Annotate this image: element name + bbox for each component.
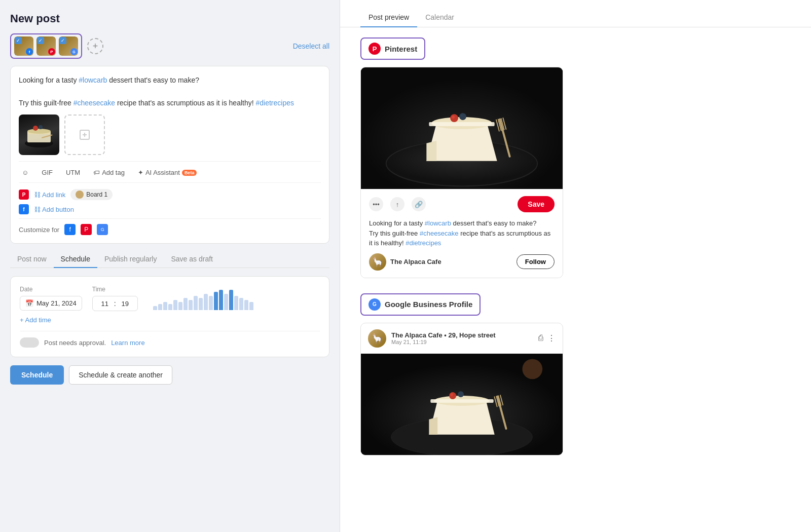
ai-icon: ✦ <box>138 169 143 176</box>
gif-button[interactable]: GIF <box>39 167 56 178</box>
gif-label: GIF <box>42 169 53 176</box>
right-tabs: Post preview Calendar <box>340 0 811 27</box>
utm-button[interactable]: UTM <box>63 167 83 178</box>
calendar-icon: 📅 <box>25 299 33 307</box>
media-thumbnail-1[interactable] <box>19 115 59 155</box>
time-input[interactable]: 11 : 19 <box>92 296 138 311</box>
bar-16 <box>229 290 233 310</box>
time-minutes: 19 <box>118 300 132 308</box>
bar-2 <box>158 304 162 310</box>
facebook-mini-icon: f <box>19 204 29 214</box>
pinterest-action-bar: ••• ↑ 🔗 Save <box>369 196 555 212</box>
toggle-track <box>20 337 39 348</box>
svg-point-18 <box>461 115 463 117</box>
preview-area: P Pinterest <box>340 27 811 481</box>
media-add-button[interactable] <box>64 115 105 155</box>
toolbar-row: ☺ GIF UTM 🏷 Add tag ✦ AI Assistant Beta <box>19 161 321 178</box>
action-buttons: Schedule Schedule & create another <box>10 365 329 385</box>
date-field: Date 📅 May 21, 2024 <box>20 286 82 311</box>
gbp-share-icon[interactable]: ⎙ <box>538 333 543 343</box>
emoji-button[interactable]: ☺ <box>19 167 31 178</box>
pinterest-save-button[interactable]: Save <box>518 196 555 212</box>
tab-post-now[interactable]: Post now <box>10 251 54 268</box>
gbp-more-icon[interactable]: ⋮ <box>547 333 556 343</box>
pinterest-link-row: P ⛓ Add link Board 1 <box>19 189 321 200</box>
post-text[interactable]: Looking for a tasty #lowcarb dessert tha… <box>19 74 321 108</box>
page-title: New post <box>10 12 329 25</box>
approval-row: Post needs approval. Learn more <box>20 331 320 348</box>
post-tabs: Post now Schedule Publish regularly Save… <box>10 251 329 268</box>
customize-gbp-icon[interactable]: G <box>97 224 108 235</box>
schedule-create-another-button[interactable]: Schedule & create another <box>69 365 172 385</box>
pinterest-post-text: Looking for a tasty #lowcarb dessert tha… <box>369 218 555 248</box>
composer-box: Looking for a tasty #lowcarb dessert tha… <box>10 66 329 244</box>
approval-toggle[interactable] <box>20 337 39 348</box>
add-time-label: + Add time <box>20 316 51 324</box>
learn-more-link[interactable]: Learn more <box>111 339 144 347</box>
hashtag-lowcarb: #lowcarb <box>79 76 107 84</box>
tab-schedule[interactable]: Schedule <box>54 251 97 268</box>
customize-row: Customize for f P G <box>19 218 321 235</box>
share-icon[interactable]: ↑ <box>390 197 404 211</box>
left-panel: New post f P G <box>0 0 340 532</box>
right-panel: Post preview Calendar P Pinterest <box>340 0 811 532</box>
tab-publish-regularly[interactable]: Publish regularly <box>97 251 164 268</box>
tab-post-preview[interactable]: Post preview <box>360 8 417 27</box>
account-icon-gbp[interactable]: G <box>59 36 78 56</box>
account-icons-box: f P G <box>10 33 82 59</box>
add-account-button[interactable]: + <box>87 38 103 54</box>
customize-facebook-icon[interactable]: f <box>64 224 76 235</box>
gbp-profile: 🦙 The Alpaca Cafe • 29, Hope street May … <box>368 329 496 348</box>
date-input[interactable]: 📅 May 21, 2024 <box>20 296 82 311</box>
board-chip[interactable]: Board 1 <box>70 189 113 200</box>
hashtag-dietrecipes: #dietrecipes <box>256 99 294 107</box>
bar-12 <box>209 296 213 310</box>
ai-label: AI Assistant <box>145 169 180 176</box>
add-link-button[interactable]: ⛓ Add link <box>34 191 65 199</box>
pinterest-preview-image <box>361 67 563 189</box>
account-icon-pinterest[interactable]: P <box>36 36 56 56</box>
add-time-button[interactable]: + Add time <box>20 316 51 324</box>
profile-name: The Alpaca Cafe <box>390 258 441 265</box>
pinterest-mini-icon: P <box>19 189 29 200</box>
svg-point-17 <box>459 113 466 120</box>
bar-9 <box>194 296 198 310</box>
schedule-button[interactable]: Schedule <box>10 365 64 385</box>
gbp-preview-image <box>361 354 563 455</box>
svg-point-16 <box>452 116 455 119</box>
approval-text: Post needs approval. <box>44 339 106 347</box>
account-icon-facebook[interactable]: f <box>14 36 33 56</box>
link-icon[interactable]: 🔗 <box>412 197 426 211</box>
add-button-button[interactable]: ⛓ Add button <box>34 206 74 213</box>
gbp-preview-card: 🦙 The Alpaca Cafe • 29, Hope street May … <box>360 323 563 455</box>
profile-info: 🦙 The Alpaca Cafe <box>369 253 441 271</box>
media-row <box>19 115 321 155</box>
customize-pinterest-icon[interactable]: P <box>81 224 92 235</box>
gbp-platform-icon: G <box>368 298 381 311</box>
svg-marker-28 <box>429 416 437 434</box>
follow-button[interactable]: Follow <box>517 254 555 269</box>
bar-8 <box>189 300 193 310</box>
date-value: May 21, 2024 <box>36 299 77 307</box>
pinterest-options: P ⛓ Add link Board 1 f ⛓ Add button <box>19 182 321 214</box>
tab-save-as-draft[interactable]: Save as draft <box>164 251 220 268</box>
bar-18 <box>239 298 243 310</box>
pinterest-profile-row: 🦙 The Alpaca Cafe Follow <box>369 253 555 271</box>
svg-point-5 <box>39 125 43 129</box>
svg-point-39 <box>522 359 542 379</box>
more-options-icon[interactable]: ••• <box>369 197 383 211</box>
add-tag-button[interactable]: 🏷 Add tag <box>90 167 128 178</box>
profile-avatar: 🦙 <box>369 253 386 271</box>
tab-calendar[interactable]: Calendar <box>417 8 462 27</box>
pinterest-platform-name: Pinterest <box>385 45 417 53</box>
bar-1 <box>153 306 157 310</box>
bar-17 <box>234 296 238 310</box>
gbp-info: The Alpaca Cafe • 29, Hope street May 21… <box>391 331 496 345</box>
text-part-1: Looking for a tasty <box>19 76 79 84</box>
svg-marker-12 <box>426 141 436 161</box>
date-time-row: Date 📅 May 21, 2024 Time 11 : 19 <box>20 286 320 311</box>
ai-assistant-button[interactable]: ✦ AI Assistant Beta <box>135 167 200 178</box>
bar-14 <box>219 290 223 310</box>
bar-11 <box>204 294 208 310</box>
deselect-all-button[interactable]: Deselect all <box>293 42 329 50</box>
